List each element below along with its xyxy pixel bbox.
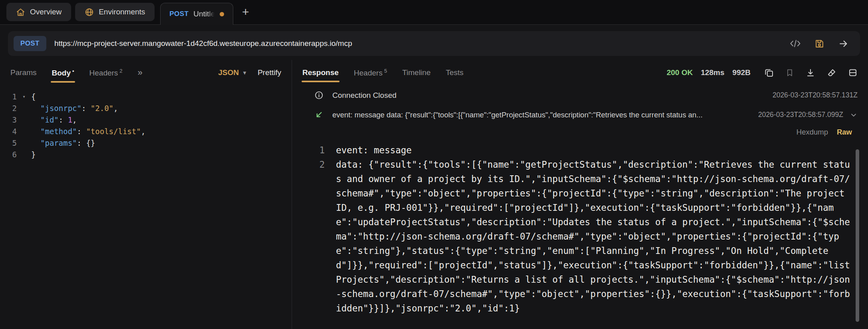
home-icon xyxy=(16,8,25,17)
tab-tests[interactable]: Tests xyxy=(446,68,463,77)
editor-line: 1 ▾ { xyxy=(0,91,292,103)
response-actions xyxy=(764,68,858,77)
hexdump-toggle[interactable]: Hexdump xyxy=(796,128,828,137)
request-headers-count: 2 xyxy=(119,68,122,74)
url-row: POST https://mcp-project-server.mangowat… xyxy=(0,25,868,60)
layout-split-icon[interactable] xyxy=(848,68,858,77)
response-line-text: data: {"result":{"tools":[{"name":"getPr… xyxy=(336,157,850,315)
request-tab-method: POST xyxy=(169,10,189,18)
response-tabs: Response Headers5 Timeline Tests 200 OK … xyxy=(292,60,868,85)
connection-closed-timestamp: 2026-03-23T20:58:57.131Z xyxy=(773,91,858,99)
copy-icon[interactable] xyxy=(764,68,774,77)
download-icon[interactable] xyxy=(806,68,815,77)
send-request-icon[interactable] xyxy=(838,39,849,49)
tab-request-headers[interactable]: Headers2 xyxy=(89,68,123,77)
response-scrollbar[interactable] xyxy=(856,149,859,322)
body-type-controls: JSON ▼ Prettify xyxy=(218,68,281,77)
bookmark-icon[interactable] xyxy=(785,68,794,77)
tab-overview-label: Overview xyxy=(30,8,62,16)
info-icon xyxy=(314,91,324,100)
response-line-text: event: message xyxy=(336,143,412,157)
tab-response[interactable]: Response xyxy=(302,68,339,77)
code-snippet-icon[interactable] xyxy=(790,39,801,48)
view-format-toggle: Hexdump Raw xyxy=(292,125,868,140)
response-body-viewer[interactable]: 1 event: message 2 data: {"result":{"too… xyxy=(292,140,868,329)
event-summary-text: event: message data: {"result":{"tools":… xyxy=(332,111,751,119)
url-bar-actions xyxy=(790,39,849,49)
sse-event-row[interactable]: event: message data: {"result":{"tools":… xyxy=(292,105,868,125)
response-size: 992B xyxy=(733,68,751,77)
chevron-down-icon: ▼ xyxy=(242,70,247,76)
tab-response-headers[interactable]: Headers5 xyxy=(354,68,387,77)
fold-caret-icon[interactable]: ▾ xyxy=(17,91,31,103)
request-pane: Params Body• Headers2 » JSON ▼ Prettify … xyxy=(0,60,292,329)
status-badge: 200 OK xyxy=(667,68,693,77)
editor-line: 5 "params": {} xyxy=(0,137,292,149)
method-badge[interactable]: POST xyxy=(14,36,46,51)
body-modified-dot: • xyxy=(72,68,74,74)
editor-line: 6 } xyxy=(0,149,292,161)
prettify-button[interactable]: Prettify xyxy=(258,68,281,77)
url-input[interactable]: https://mcp-project-server.mangowater-1d… xyxy=(54,39,782,48)
tab-params[interactable]: Params xyxy=(10,68,36,77)
editor-line: 2 "jsonrpc": "2.0", xyxy=(0,103,292,114)
eraser-icon[interactable] xyxy=(827,68,836,77)
tab-body[interactable]: Body• xyxy=(52,68,74,77)
request-tabs: Params Body• Headers2 » JSON ▼ Prettify xyxy=(0,60,292,85)
editor-line: 4 "method": "tools/list", xyxy=(0,126,292,137)
tab-timeline[interactable]: Timeline xyxy=(402,68,431,77)
response-status-group: 200 OK 128ms 992B xyxy=(667,68,858,77)
tab-environments-label: Environments xyxy=(99,8,145,16)
response-pane: Response Headers5 Timeline Tests 200 OK … xyxy=(292,60,868,329)
response-headers-count: 5 xyxy=(384,68,387,74)
tab-environments[interactable]: Environments xyxy=(75,3,155,21)
event-timestamp: 2026-03-23T20:58:57.099Z xyxy=(758,111,843,119)
body-type-select[interactable]: JSON ▼ xyxy=(218,68,247,77)
more-tabs-chevron-icon[interactable]: » xyxy=(138,67,143,78)
response-body-line: 1 event: message xyxy=(314,143,850,157)
response-time: 128ms xyxy=(701,68,724,77)
connection-status-label: Connection Closed xyxy=(332,91,397,100)
request-body-editor[interactable]: 1 ▾ { 2 "jsonrpc": "2.0", 3 "id": 1, 4 "… xyxy=(0,85,292,329)
editor-line: 3 "id": 1, xyxy=(0,114,292,126)
url-bar[interactable]: POST https://mcp-project-server.mangowat… xyxy=(8,31,860,56)
connection-status-row: Connection Closed 2026-03-23T20:58:57.13… xyxy=(292,85,868,105)
save-icon[interactable] xyxy=(814,39,824,49)
response-body-line: 2 data: {"result":{"tools":[{"name":"get… xyxy=(314,157,850,315)
workspace-tabbar: Overview Environments POST Untitle + xyxy=(0,0,868,25)
expand-event-chevron-icon[interactable] xyxy=(850,111,858,119)
incoming-arrow-icon xyxy=(314,110,324,119)
main-split: Params Body• Headers2 » JSON ▼ Prettify … xyxy=(0,60,868,329)
unsaved-dot xyxy=(220,12,224,16)
tab-request-untitled[interactable]: POST Untitle xyxy=(160,3,233,25)
raw-toggle[interactable]: Raw xyxy=(837,128,852,137)
globe-icon xyxy=(85,8,94,17)
tab-overview[interactable]: Overview xyxy=(6,3,71,21)
new-tab-button[interactable]: + xyxy=(242,6,249,18)
request-tab-title: Untitle xyxy=(193,10,215,18)
